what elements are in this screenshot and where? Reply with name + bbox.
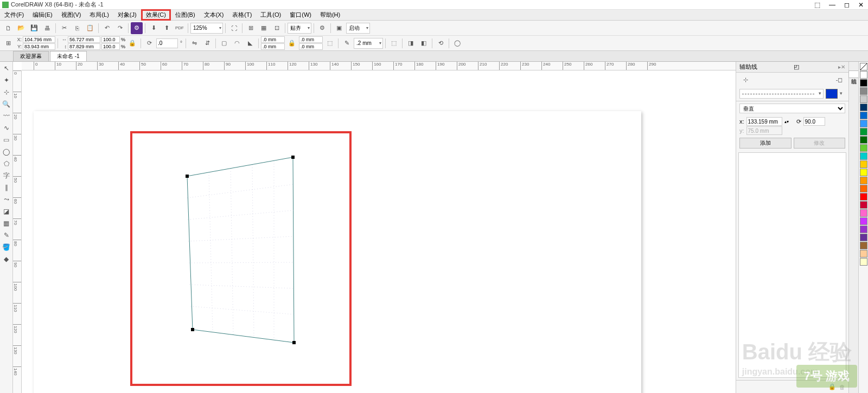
import-icon[interactable]: ⬇ <box>148 22 159 34</box>
maximize-icon[interactable]: ◻ <box>842 1 852 9</box>
pick-tool-icon[interactable]: ↖ <box>1 63 12 74</box>
dropshadow-tool-icon[interactable]: ◪ <box>1 206 12 217</box>
docker-tab-align[interactable]: 对齐与分布 <box>849 64 859 70</box>
mirror-h-icon[interactable]: ⇋ <box>188 37 200 49</box>
connector-tool-icon[interactable]: ⤳ <box>1 194 12 205</box>
color-swatch[interactable] <box>860 185 867 192</box>
undo-icon[interactable]: ↶ <box>101 22 113 34</box>
close-icon[interactable]: ✕ <box>856 1 866 9</box>
docker-tab-guides[interactable]: 辅助线 <box>848 70 859 78</box>
perspective-handle-tl[interactable] <box>186 175 189 178</box>
color-swatch[interactable] <box>860 160 867 168</box>
snap-icon[interactable]: ⊡ <box>271 22 283 34</box>
color-swatch[interactable] <box>860 79 867 87</box>
scalex-input[interactable] <box>101 36 120 43</box>
new-icon[interactable]: 🗋 <box>2 22 14 34</box>
color-swatch[interactable] <box>860 177 867 184</box>
guideline-style-dropdown[interactable] <box>739 89 824 99</box>
menu-text[interactable]: 文本(X) <box>200 10 228 20</box>
orientation-dropdown[interactable]: 垂直 <box>739 104 845 113</box>
color-swatch[interactable] <box>860 226 867 233</box>
polygon-tool-icon[interactable]: ⬠ <box>1 158 12 169</box>
helper-icon[interactable]: ⬚ <box>812 1 822 9</box>
back-icon[interactable]: ◧ <box>418 37 430 49</box>
perspective-handle-br[interactable] <box>292 341 296 344</box>
guides-icon[interactable]: ▦ <box>258 22 270 34</box>
rounded-icon[interactable]: ▢ <box>218 37 230 49</box>
zoom-tool-icon[interactable]: 🔍 <box>1 99 12 109</box>
vertical-ruler[interactable]: 0102030405060708090100110120130140 <box>13 70 22 393</box>
guidelines-mode-icon[interactable]: ⊹ <box>739 74 751 86</box>
menu-file[interactable]: 文件(F) <box>0 10 28 20</box>
wrap-text-icon[interactable]: ⬚ <box>388 37 400 49</box>
smartfill-tool-icon[interactable]: ◆ <box>1 254 12 265</box>
perspective-object[interactable] <box>171 157 312 364</box>
menu-layout[interactable]: 布局(L) <box>85 10 113 20</box>
menu-window[interactable]: 窗口(W) <box>285 10 316 20</box>
corner2-input[interactable] <box>261 43 285 50</box>
color-swatch[interactable] <box>860 201 867 209</box>
color-swatch[interactable] <box>860 128 867 136</box>
color-swatch[interactable] <box>860 104 867 111</box>
tab-welcome[interactable]: 欢迎屏幕 <box>13 51 49 61</box>
angle-input[interactable] <box>156 38 178 48</box>
guideline-list[interactable] <box>738 152 846 378</box>
redo-icon[interactable]: ↷ <box>114 22 126 34</box>
outline-width-dropdown[interactable]: .2 mm <box>354 38 383 49</box>
color-swatch[interactable] <box>860 234 867 241</box>
open-icon[interactable]: 📂 <box>15 22 27 34</box>
color-swatch[interactable] <box>860 169 867 176</box>
ellipse-tool-icon[interactable]: ◯ <box>1 146 12 157</box>
lock-guideline-icon[interactable]: 🔒 <box>828 383 836 390</box>
color-swatch[interactable] <box>860 87 867 95</box>
no-color-swatch[interactable] <box>860 63 867 70</box>
crop-tool-icon[interactable]: ⊹ <box>1 87 12 98</box>
lock-ratio-icon[interactable]: 🔒 <box>126 37 138 49</box>
freehand-tool-icon[interactable]: 〰 <box>1 111 12 121</box>
menu-bitmap[interactable]: 位图(B) <box>171 10 200 20</box>
color-swatch[interactable] <box>860 258 867 266</box>
color-swatch[interactable] <box>860 136 867 144</box>
relative-icon[interactable]: ⬚ <box>324 37 336 49</box>
horizontal-ruler[interactable]: 0102030405060708090100110120130140150160… <box>22 62 736 70</box>
snap-dropdown[interactable]: 贴齐 <box>288 23 311 34</box>
corner1-input[interactable] <box>261 36 285 43</box>
grid-icon[interactable]: ⊞ <box>245 22 257 34</box>
parallel-tool-icon[interactable]: ∥ <box>1 182 12 193</box>
add-guideline-button[interactable]: 添加 <box>739 138 792 149</box>
color-swatch[interactable] <box>860 242 867 249</box>
menu-table[interactable]: 表格(T) <box>228 10 256 20</box>
width-input[interactable] <box>68 36 100 43</box>
guideline-color-swatch[interactable] <box>826 89 838 99</box>
transparency-tool-icon[interactable]: ▦ <box>1 218 12 229</box>
color-swatch[interactable] <box>860 209 867 217</box>
shape-tool-icon[interactable]: ✦ <box>1 75 12 86</box>
scaley-input[interactable] <box>101 43 120 50</box>
color-swatch[interactable] <box>860 250 867 257</box>
color-swatch[interactable] <box>860 120 867 127</box>
rectangle-tool-icon[interactable]: ▭ <box>1 134 12 145</box>
convert-icon[interactable]: ⟲ <box>435 37 446 49</box>
x-position-input[interactable] <box>23 36 55 43</box>
corner-lock-icon[interactable]: 🔒 <box>286 37 298 49</box>
launch-dropdown[interactable]: 启动 <box>346 23 370 34</box>
fill-tool-icon[interactable]: 🪣 <box>1 242 12 253</box>
menu-tools[interactable]: 工具(O) <box>256 10 285 20</box>
zoom-dropdown[interactable]: 125% <box>190 23 223 34</box>
scallop-icon[interactable]: ◠ <box>231 37 243 49</box>
height-input[interactable] <box>68 43 100 50</box>
copy-icon[interactable]: ⎘ <box>71 22 83 34</box>
docker-opts-icon[interactable]: ◰ <box>794 63 799 70</box>
search-icon[interactable]: ⚙ <box>131 22 143 34</box>
print-icon[interactable]: 🖶 <box>41 22 53 34</box>
mirror-v-icon[interactable]: ⇵ <box>201 37 213 49</box>
front-icon[interactable]: ◨ <box>405 37 417 49</box>
color-swatch[interactable] <box>860 152 867 160</box>
menu-object[interactable]: 对象(J) <box>113 10 141 20</box>
color-swatch[interactable] <box>860 95 867 103</box>
delete-guideline-icon[interactable]: 🗑 <box>839 384 845 390</box>
cut-icon[interactable]: ✂ <box>58 22 70 34</box>
fullscreen-icon[interactable]: ⛶ <box>228 22 240 34</box>
chamfer-icon[interactable]: ◣ <box>244 37 256 49</box>
quick-icon[interactable]: ◯ <box>451 37 463 49</box>
